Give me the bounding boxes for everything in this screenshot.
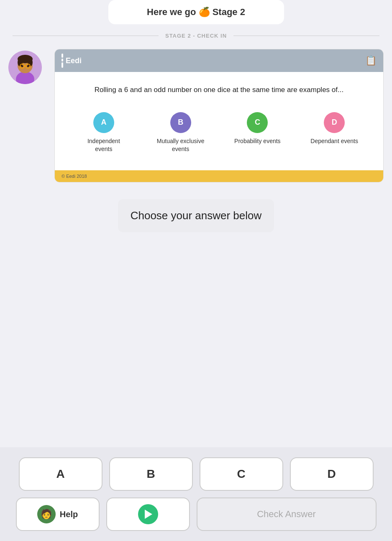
stage-label-row: STAGE 2 - CHECK IN xyxy=(0,33,392,39)
circle-c: C xyxy=(247,112,268,133)
top-banner: Here we go 🍊 Stage 2 xyxy=(0,0,392,33)
top-card: Here we go 🍊 Stage 2 xyxy=(108,0,284,24)
option-d-label: Dependant events xyxy=(310,137,358,146)
option-c-label: Probability events xyxy=(234,137,281,146)
check-answer-label: Check Answer xyxy=(257,509,316,520)
btn-d[interactable]: D xyxy=(290,457,374,491)
eedi-footer: © Eedi 2018 xyxy=(55,170,383,182)
eedi-logo-bars xyxy=(61,54,63,68)
option-b[interactable]: B Mutually exclusive events xyxy=(156,112,206,154)
eedi-header: Eedi 📋 xyxy=(55,49,383,72)
check-answer-button[interactable]: Check Answer xyxy=(197,497,377,531)
eedi-body: Rolling a 6 and an odd number on one dic… xyxy=(55,72,383,170)
stage-label: STAGE 2 - CHECK IN xyxy=(159,33,233,39)
main-content: Eedi 📋 Rolling a 6 and an odd number on … xyxy=(0,49,392,191)
avatar-col xyxy=(8,49,54,84)
circle-a: A xyxy=(93,112,114,133)
choose-answer-text: Choose your answer below xyxy=(131,209,262,222)
svg-point-9 xyxy=(21,65,23,67)
question-text: Rolling a 6 and an odd number on one dic… xyxy=(67,85,371,95)
btn-c[interactable]: C xyxy=(200,457,283,491)
answer-options: A Independent events B Mutually exclusiv… xyxy=(67,112,371,162)
eedi-copyright: © Eedi 2018 xyxy=(61,174,87,179)
circle-b: B xyxy=(170,112,191,133)
play-icon xyxy=(138,504,158,524)
answer-buttons-row: A B C D xyxy=(8,457,384,491)
eedi-logo: Eedi xyxy=(61,54,82,68)
option-d[interactable]: D Dependant events xyxy=(309,112,359,146)
play-triangle xyxy=(145,510,152,519)
help-avatar-icon: 🧑 xyxy=(37,505,56,523)
avatar xyxy=(8,51,42,84)
stage-line-left xyxy=(13,36,159,36)
eedi-header-icon: 📋 xyxy=(365,55,377,66)
help-button[interactable]: 🧑 Help xyxy=(16,497,100,531)
choose-answer-box: Choose your answer below xyxy=(118,199,274,232)
btn-b[interactable]: B xyxy=(109,457,193,491)
play-button[interactable] xyxy=(106,497,190,531)
btn-a[interactable]: A xyxy=(19,457,102,491)
circle-d: D xyxy=(324,112,345,133)
eedi-logo-text: Eedi xyxy=(66,56,82,65)
top-banner-text: Here we go 🍊 Stage 2 xyxy=(147,7,245,17)
option-a-label: Independent events xyxy=(79,137,129,154)
bottom-bar: A B C D 🧑 Help Check Answer xyxy=(0,447,392,541)
eedi-card: Eedi 📋 Rolling a 6 and an odd number on … xyxy=(54,49,384,182)
option-c[interactable]: C Probability events xyxy=(232,112,282,146)
option-a[interactable]: A Independent events xyxy=(79,112,129,154)
svg-point-10 xyxy=(27,65,29,67)
action-row: 🧑 Help Check Answer xyxy=(8,497,384,531)
option-b-label: Mutually exclusive events xyxy=(156,137,206,154)
help-label: Help xyxy=(60,510,78,519)
stage-line-right xyxy=(233,36,379,36)
